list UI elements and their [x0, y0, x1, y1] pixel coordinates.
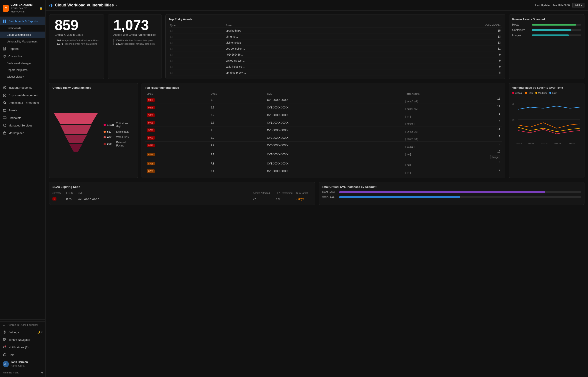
sidebar-item-report-templates[interactable]: Report Templates: [0, 67, 45, 73]
svg-text:June 15: June 15: [541, 142, 548, 144]
vuln-cve: CVE-XXXX-XXXX: [265, 149, 404, 160]
vuln-epss: 87%: [145, 167, 209, 175]
sidebar-item-help[interactable]: ? Help: [0, 351, 45, 359]
vuln-cvss: 8.9: [209, 134, 265, 141]
svg-rect-15: [3, 117, 6, 119]
svg-marker-30: [60, 125, 91, 134]
minimize-menu-button[interactable]: Minimize menu ◀: [0, 370, 45, 375]
asset-type-cell: ⊟: [169, 52, 224, 58]
critical-cves-sub-2: 1,073 Placeholder for new data point: [55, 42, 99, 45]
sidebar-item-dashboards-reports[interactable]: Dashboards & Reports: [0, 17, 45, 25]
svg-text:2k: 2k: [512, 103, 514, 105]
settings-icon: [3, 330, 7, 334]
sidebar-label-managed-services: Managed Services: [9, 124, 33, 127]
sidebar-label-help: Help: [9, 353, 14, 356]
assets-vulns-sub-1: 108 Placeholder for new data point: [113, 39, 156, 42]
vuln-cvss: 9.7: [209, 104, 265, 111]
customize-icon: [3, 54, 7, 58]
vuln-cve: CVE-XXXX-XXXX: [265, 104, 404, 111]
vuln-epss: 98%: [145, 111, 209, 119]
asset-cves-cell: 9: [380, 64, 502, 70]
sidebar-item-managed-services[interactable]: Managed Services: [0, 122, 45, 129]
asset-type-icon: ⊟: [170, 35, 173, 38]
table-row[interactable]: ⊟ apache:httpd 15: [169, 28, 502, 34]
asset-name-cell: apache:httpd: [224, 28, 380, 34]
sla-col-target: SLA Target: [296, 192, 312, 194]
table-row[interactable]: ⊟ api-rbac-proxy-... 8: [169, 70, 502, 76]
table-row[interactable]: ⊟ callu-instance-... 9: [169, 64, 502, 70]
vuln-table-row[interactable]: 98% 9.7 CVE-XXXX-XXXX 14 [ ⊡3 ⊡5 ⊡5 ]: [145, 104, 502, 111]
account-label: GCP - ###: [322, 196, 338, 199]
sidebar-item-tenant-navigator[interactable]: Tenant Navigator: [0, 336, 45, 343]
sidebar-item-dashboard-manager[interactable]: Dashboard Manager: [0, 60, 45, 67]
sla-col-cve: CVE: [78, 192, 251, 194]
sidebar-nav-section: Incident Response Exposure Management De…: [0, 83, 45, 138]
sidebar-item-cloud-vulnerabilities[interactable]: Cloud Vulnerabilities: [0, 32, 45, 38]
table-row[interactable]: ⊟ alpine:nodejs 13: [169, 40, 502, 46]
sidebar-item-customize[interactable]: Customize: [0, 52, 45, 60]
vuln-total: 3 [ ⊡2 ⊡1 ]: [404, 119, 502, 127]
vuln-table-row[interactable]: 97% 9.7 CVE-XXXX-XXXX 3 [ ⊡2 ⊡1 ]: [145, 119, 502, 127]
vuln-table-row[interactable]: 97% 9.5 CVE-XXXX-XXXX 11 [ ⊡5 ⊡5 ⊡1 ]: [145, 127, 502, 134]
lock-icon: 🔒: [39, 7, 43, 10]
vuln-total: 2 [ ⊡1 ⊡1 ]: [404, 141, 502, 149]
last-updated-text: Last Updated: Jan 28th 09:37: [535, 4, 570, 7]
asset-cves-cell: 13: [380, 34, 502, 40]
epss-badge: 92%: [147, 144, 155, 147]
sidebar-label-cloud-vulnerabilities: Cloud Vulnerabilities: [7, 33, 31, 36]
asset-type-icon: ⊟: [170, 47, 173, 50]
sidebar-item-vuln-management[interactable]: Vulnerability Management: [0, 38, 45, 45]
sidebar-item-widget-library[interactable]: Widget Library: [0, 73, 45, 80]
table-row[interactable]: ⊟ pos-controller-... 11: [169, 46, 502, 52]
sidebar-item-dashboards[interactable]: Dashboards: [0, 25, 45, 32]
vuln-epss: 87%: [145, 149, 209, 160]
table-row[interactable]: ⊟ afr-jump-1 13: [169, 34, 502, 40]
vuln-table-row[interactable]: 87% 9.1 CVE-XXXX-XXXX 2 [ ⊡2 ]: [145, 167, 502, 175]
severity-badge: C: [52, 197, 57, 200]
sidebar-label-settings: Settings: [9, 330, 19, 334]
sidebar-item-incident-response[interactable]: Incident Response: [0, 84, 45, 91]
sla-col-severity: Severity: [52, 192, 64, 194]
asset-bar-track: [532, 24, 581, 25]
vuln-asset-icons: [ ⊡3 ]: [405, 164, 500, 166]
asset-bar-label: Containers: [512, 28, 530, 32]
table-row[interactable]: ⊟ syslog-ng-test-... 9: [169, 58, 502, 64]
col-total-assets: Total Assets: [404, 92, 502, 96]
sidebar-item-detection-threat-intel[interactable]: Detection & Threat Intel: [0, 99, 45, 106]
vuln-table-row[interactable]: 87% 8.2 CVE-XXXX-XXXX 15 [ ⊡4 ] Image: [145, 149, 502, 160]
sidebar-item-notifications[interactable]: Notifications (2): [0, 343, 45, 351]
legend-high: High: [525, 92, 533, 94]
sidebar-item-marketplace[interactable]: Marketplace: [0, 129, 45, 137]
col-asset: Asset: [224, 23, 380, 28]
cve-account-card: Total Critical CVE Instances by Account …: [319, 182, 585, 205]
sidebar-item-assets[interactable]: Assets: [0, 106, 45, 114]
time-range-button[interactable]: 24H ▾: [572, 3, 584, 8]
unique-risky-card: Unique Risky Vulnerabilities 1,138 Cr: [49, 83, 138, 178]
sidebar-item-endpoints[interactable]: Endpoints: [0, 114, 45, 122]
vuln-table-row[interactable]: 98% 8.2 CVE-XXXX-XXXX 1 [ ⊡1 ]: [145, 111, 502, 119]
vuln-cve: CVE-XXXX-XXXX: [265, 141, 404, 149]
asset-name-cell: afr-jump-1: [224, 34, 380, 40]
sidebar-logo: C CORTEX XSIAM BY PALO ALTO NETWORKS 🔒: [0, 0, 45, 16]
vuln-table-row[interactable]: 87% 7.8 CVE-XXXX-XXXX 3 [ ⊡3 ]: [145, 160, 502, 167]
table-row[interactable]: ⊟ i-024669436f... 9: [169, 52, 502, 58]
vuln-asset-icons: [ ⊡1 ⊡1 ]: [405, 146, 500, 148]
sidebar-item-exposure-management[interactable]: Exposure Management: [0, 91, 45, 99]
vuln-table-row[interactable]: 97% 8.9 CVE-XXXX-XXXX 9 [ ⊡3 ⊡3 ⊡3 ]: [145, 134, 502, 141]
svg-line-20: [5, 326, 6, 326]
top-risky-vuln-title: Top Risky Vulnerabilities: [145, 86, 502, 89]
header-dropdown-caret[interactable]: ▾: [116, 4, 117, 7]
known-assets-title: Known Assets Scanned: [512, 18, 581, 21]
account-bar-row: AWS - ###: [322, 191, 581, 194]
sla-col-epss: EPSS: [66, 192, 75, 194]
quick-launcher[interactable]: Search in Quick Launcher: [0, 321, 45, 328]
funnel-item-external-facing: 209 External Facing: [104, 141, 135, 147]
sidebar-item-reports[interactable]: Reports: [0, 45, 45, 52]
sidebar-label-dashboards-reports: Dashboards & Reports: [9, 20, 38, 23]
vuln-total: 14 [ ⊡3 ⊡5 ⊡5 ]: [404, 104, 502, 111]
sidebar-item-settings[interactable]: Settings 🌙 ✳: [0, 328, 45, 336]
vuln-table-row[interactable]: 99% 9.8 CVE-XXXX-XXXX 15 [ ⊡4 ⊡5 ⊡5 ]: [145, 96, 502, 104]
vuln-epss: 92%: [145, 141, 209, 149]
asset-name-cell: api-rbac-proxy-...: [224, 70, 380, 76]
vuln-table-row[interactable]: 92% 9.7 CVE-XXXX-XXXX 2 [ ⊡1 ⊡1 ]: [145, 141, 502, 149]
